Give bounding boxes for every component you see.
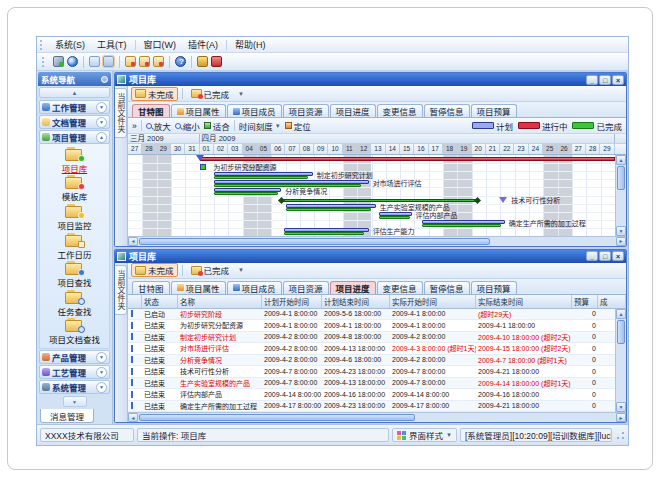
scrollbar-thumb[interactable] [617,320,625,344]
gantt-bar[interactable] [200,164,206,170]
sidebar-collapse-button[interactable]: ▲ [39,87,110,98]
gantt-bar[interactable] [214,176,308,179]
scrollbar-thumb[interactable] [139,414,415,421]
maximize-button[interactable]: □ [599,251,611,261]
scroll-up-icon[interactable]: ▲ [616,155,626,165]
lock-icon[interactable] [197,56,208,67]
sidebar-header[interactable]: 系统导航 [38,72,111,86]
tab-project-members[interactable]: 项目成员 [227,281,282,294]
sidebar-group-work-management[interactable]: 工作管理▼ [39,100,110,114]
gantt-bar[interactable] [214,184,361,187]
interface-style-button[interactable]: 界面样式 ▼ [392,428,457,442]
chevron-down-icon[interactable]: ▼ [96,367,107,378]
vertical-scrollbar[interactable]: ▲▼ [615,155,626,236]
gantt-bar[interactable] [422,224,501,227]
menu-help[interactable]: 帮助(H) [229,37,272,52]
finished-folder-button[interactable]: 已完成 [187,87,234,101]
minimize-button[interactable]: _ [586,251,598,261]
scroll-right-icon[interactable]: ► [616,413,626,422]
tab-gantt[interactable]: 甘特图 [132,281,170,294]
chevron-up-icon[interactable]: ▲ [96,132,107,143]
table-row[interactable]: 已启动初步研究阶段2009-4-1 8:00:002009-5-6 18:00:… [128,309,615,321]
mail-new-icon[interactable] [153,56,164,67]
gantt-titlebar[interactable]: 项目库_□× [115,73,626,86]
tab-project-properties[interactable]: 项目属性 [171,104,226,117]
tab-project-progress[interactable]: 项目进度 [330,104,376,117]
unfinished-folder-button[interactable]: 未完成 [131,87,178,101]
computer-icon[interactable] [53,56,64,67]
tab-gantt[interactable]: 甘特图 [132,104,170,117]
table-row[interactable]: 已结束对市场进行评估2009-4-2 8:00:002009-4-13 18:0… [128,343,615,355]
tab-project-budget[interactable]: 项目预算 [471,104,517,117]
mail-send-icon[interactable] [125,56,136,67]
sidebar-item-template-library[interactable]: 模板库 [40,175,109,204]
sidebar-group-project-management[interactable]: 项目管理▲ [39,130,110,144]
fit-button[interactable]: 适合 [204,120,230,132]
tab-message-management[interactable]: 消息管理 [40,409,94,423]
gantt-chart[interactable]: 为初步研究分配资源制定初步研究计划对市场进行评估分析竞争情况技术可行性分析生产实… [128,155,615,236]
table-row[interactable]: 已结束生产实验室规模的产品2009-4-7 8:00:002009-4-13 1… [128,378,615,390]
pin-icon[interactable] [101,76,108,83]
scroll-up-icon[interactable]: ▲ [616,309,626,319]
tab-pause-info[interactable]: 暂停信息 [424,281,470,294]
scroll-track[interactable] [616,345,626,403]
close-button[interactable]: × [612,251,624,261]
scroll-down-icon[interactable]: ▼ [616,402,626,412]
column-actual-start[interactable]: 实际开始时间 [390,295,476,308]
tab-project-resources[interactable]: 项目资源 [283,104,329,117]
scroll-left-icon[interactable]: ◄ [128,413,138,422]
tab-project-resources[interactable]: 项目资源 [283,281,329,294]
current-folder-tab[interactable]: 当前文件夹 [115,265,127,315]
gantt-bar[interactable] [284,232,364,235]
tab-pause-info[interactable]: 暂停信息 [424,104,470,117]
gantt-bar[interactable] [286,208,372,211]
gantt-bar[interactable] [214,192,278,195]
table-row[interactable]: 已结束为初步研究分配资源2009-4-1 8:00:002009-4-1 18:… [128,320,615,332]
tab-change-info[interactable]: 变更信息 [377,104,423,117]
sidebar-item-task-search[interactable]: 任务查找 [40,289,109,318]
menubar-handle[interactable] [40,40,45,50]
zoom-in-button[interactable]: 放大 [146,120,171,132]
folder-icon[interactable] [89,56,100,67]
gantt-bar[interactable] [379,216,410,219]
close-button[interactable]: × [612,75,624,85]
horizontal-scrollbar[interactable]: ◄► [128,412,626,422]
column-name[interactable]: 名称 [178,295,262,308]
column-status[interactable]: 状态 [142,295,178,308]
scroll-track[interactable] [416,413,616,422]
table-titlebar[interactable]: 项目库_□× [115,250,626,263]
column-actual-end[interactable]: 实际结束时间 [476,295,572,308]
column-icon[interactable] [128,295,142,308]
tab-project-properties[interactable]: 项目属性 [171,281,226,294]
table-row[interactable]: 已结束技术可行性分析2009-4-7 8:00:002009-4-23 18:0… [128,366,615,378]
finished-folder-button[interactable]: 已完成 [187,263,234,277]
horizontal-scrollbar[interactable]: ◄► [128,236,626,246]
resize-grip[interactable] [616,431,625,440]
scrollbar-thumb[interactable] [139,238,490,245]
unfinished-folder-button[interactable]: 未完成 [131,263,178,277]
scroll-track[interactable] [491,237,616,246]
sidebar-group-craft-management[interactable]: 工艺管理▼ [39,365,110,379]
sidebar-group-system-management[interactable]: 系统管理▼ [39,380,110,394]
toolbar-handle[interactable] [42,57,47,67]
table-row[interactable]: 已结束确定生产所需的加工过程2009-4-17 8:00:002009-4-23… [128,401,615,413]
mail-receive-icon[interactable] [139,56,150,67]
time-scale-button[interactable]: 时间刻度▼ [239,120,281,132]
sidebar-overflow-button[interactable]: ▼ [63,396,87,407]
sidebar-item-project-monitor[interactable]: 项目监控 [40,203,109,232]
column-plan-start[interactable]: 计划开始时间 [262,295,322,308]
current-folder-tab[interactable]: 当前文件夹 [115,88,127,138]
menu-window[interactable]: 窗口(W) [138,37,183,52]
chevron-down-icon[interactable]: ▼ [96,102,107,113]
table-row[interactable]: 已结束分析竞争情况2009-4-2 8:00:002009-4-6 18:00:… [128,355,615,367]
vertical-scrollbar[interactable]: ▲▼ [615,309,626,413]
tab-change-info[interactable]: 变更信息 [377,281,423,294]
menu-plugin[interactable]: 插件(A) [182,37,224,52]
sidebar-item-work-calendar[interactable]: 工作日历 [40,232,109,261]
sidebar-group-document-management[interactable]: 文档管理▼ [39,115,110,129]
sidebar-group-product-management[interactable]: 产品管理▼ [39,350,110,364]
sidebar-item-project-doc-search[interactable]: 项目文档查找 [40,317,109,346]
more-tools-button[interactable]: » [132,121,137,131]
chevron-down-icon[interactable]: ▼ [96,382,107,393]
table-row[interactable]: 已结束制定初步研究计划2009-4-2 8:00:002009-4-8 18:0… [128,332,615,344]
